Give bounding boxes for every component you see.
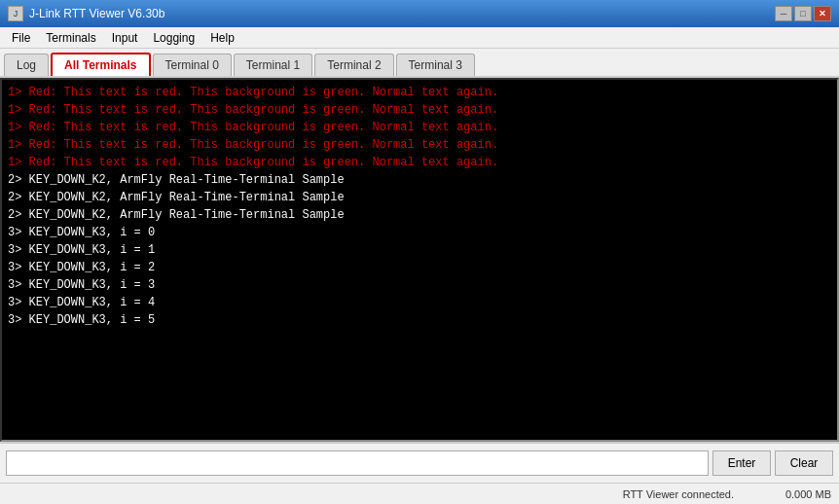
menu-bar: File Terminals Input Logging Help [0,27,839,49]
title-bar: J J-Link RTT Viewer V6.30b ─ □ ✕ [0,0,839,27]
terminal-line: 1> Red: This text is red. This backgroun… [8,154,831,171]
terminal-input[interactable] [6,450,709,476]
terminal-line: 2> KEY_DOWN_K2, ArmFly Real-Time-Termina… [8,206,831,224]
bottom-area: Enter Clear [0,442,839,483]
main-content: File Terminals Input Logging Help Log Al… [0,27,839,504]
terminal-line: 3> KEY_DOWN_K3, i = 2 [8,259,831,276]
terminal-line: 3> KEY_DOWN_K3, i = 3 [8,276,831,294]
app-icon: J [8,6,23,21]
menu-logging[interactable]: Logging [145,29,202,47]
tab-log[interactable]: Log [4,54,49,76]
tabs-area: Log All Terminals Terminal 0 Terminal 1 … [0,49,839,78]
window-controls: ─ □ ✕ [775,6,831,21]
minimize-button[interactable]: ─ [775,6,792,21]
enter-button[interactable]: Enter [712,450,771,476]
menu-help[interactable]: Help [202,29,242,47]
status-bar: RTT Viewer connected. 0.000 MB [0,483,839,504]
status-text: RTT Viewer connected. [8,488,753,500]
maximize-button[interactable]: □ [794,6,812,21]
terminal-wrapper: 1> Red: This text is red. This backgroun… [0,78,839,442]
terminal-line: 2> KEY_DOWN_K2, ArmFly Real-Time-Termina… [8,171,831,189]
terminal-line: 2> KEY_DOWN_K2, ArmFly Real-Time-Termina… [8,189,831,206]
menu-input[interactable]: Input [104,29,146,47]
terminal-line: 3> KEY_DOWN_K3, i = 5 [8,311,831,329]
terminal-line: 3> KEY_DOWN_K3, i = 1 [8,241,831,259]
tab-terminal1[interactable]: Terminal 1 [234,54,312,76]
terminal-line: 1> Red: This text is red. This backgroun… [8,101,831,119]
tab-terminal2[interactable]: Terminal 2 [314,54,393,76]
terminal-line: 3> KEY_DOWN_K3, i = 4 [8,294,831,311]
terminal-line: 1> Red: This text is red. This backgroun… [8,136,831,154]
memory-text: 0.000 MB [753,488,831,500]
title-bar-text: J-Link RTT Viewer V6.30b [29,7,775,20]
tab-all-terminals[interactable]: All Terminals [51,53,150,76]
terminal-line: 1> Red: This text is red. This backgroun… [8,84,831,101]
menu-terminals[interactable]: Terminals [38,29,103,47]
terminal-output: 1> Red: This text is red. This backgroun… [2,80,837,333]
terminal-line: 1> Red: This text is red. This backgroun… [8,119,831,136]
tab-terminal3[interactable]: Terminal 3 [396,54,475,76]
close-button[interactable]: ✕ [814,6,831,21]
terminal-line: 3> KEY_DOWN_K3, i = 0 [8,224,831,241]
clear-button[interactable]: Clear [775,450,833,476]
tab-terminal0[interactable]: Terminal 0 [153,54,232,76]
menu-file[interactable]: File [4,29,38,47]
